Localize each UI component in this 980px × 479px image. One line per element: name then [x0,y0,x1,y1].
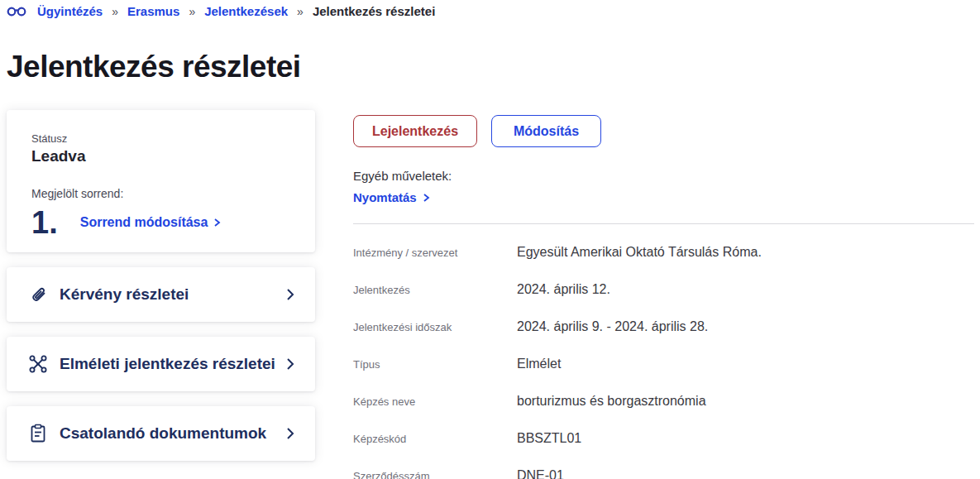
unsubscribe-button[interactable]: Lejelentkezés [353,115,477,147]
print-link-label: Nyomtatás [353,190,417,204]
detail-label: Intézmény / szervezet [353,247,517,259]
detail-row-institution: Intézmény / szervezet Egyesült Amerikai … [353,234,974,271]
modify-order-link[interactable]: Sorrend módosítása [80,215,222,230]
sidebar: Státusz Leadva Megjelölt sorrend: 1. Sor… [7,110,315,476]
chevron-right-icon [423,193,430,203]
detail-value: Elmélet [517,357,561,371]
status-value: Leadva [31,147,290,165]
detail-value: borturizmus és borgasztronómia [517,394,706,409]
detail-label: Jelentkezési időszak [353,321,517,333]
breadcrumb-current: Jelentkezés részletei [313,4,435,18]
chevron-right-icon [286,427,294,440]
sidebar-item-label: Elméleti jelentkezés részletei [60,355,286,373]
details-list: Intézmény / szervezet Egyesült Amerikai … [353,234,974,479]
sidebar-item-label: Csatolandó dokumentumok [60,424,286,443]
order-number: 1. [31,207,58,238]
sidebar-item-elmeleti-jelentkezes[interactable]: Elméleti jelentkezés részletei [7,337,315,391]
breadcrumb-link-erasmus[interactable]: Erasmus [127,4,179,18]
detail-label: Képzéskód [353,433,517,445]
order-label: Megjelölt sorrend: [31,187,290,200]
detail-label: Képzés neve [353,395,517,408]
modify-button[interactable]: Módosítás [491,115,601,147]
sidebar-item-csatolando-dokumentumok[interactable]: Csatolandó dokumentumok [7,406,315,461]
detail-row-type: Típus Elmélet [353,346,974,383]
detail-row-application-period: Jelentkezési időszak 2024. április 9. - … [353,309,974,346]
status-label: Státusz [31,132,290,145]
breadcrumb-separator: » [189,5,195,18]
glasses-icon [7,5,26,17]
sidebar-item-kerveny-reszletei[interactable]: Kérvény részletei [7,267,315,322]
breadcrumb-separator: » [297,5,304,18]
detail-label: Szerződésszám [353,470,517,479]
detail-value: Egyesült Amerikai Oktató Társulás Róma. [517,245,762,260]
breadcrumb-link-jelentkezesek[interactable]: Jelentkezések [204,4,288,18]
detail-value: 2024. április 12. [517,282,610,297]
page-title: Jelentkezés részletei [7,50,301,84]
detail-value: BBSZTL01 [517,431,581,446]
chevron-right-icon [213,218,221,228]
detail-value: DNE-01 [517,468,564,479]
print-link[interactable]: Nyomtatás [353,190,430,204]
chevron-right-icon [286,288,294,301]
status-card: Státusz Leadva Megjelölt sorrend: 1. Sor… [7,110,315,252]
other-actions-label: Egyéb műveletek: [353,169,974,183]
paperclip-icon [27,285,49,304]
detail-label: Jelentkezés [353,284,517,296]
detail-label: Típus [353,358,517,371]
clipboard-icon [27,424,49,443]
detail-row-contract-number: Szerződésszám DNE-01 [353,457,974,479]
main-content: Lejelentkezés Módosítás Egyéb műveletek:… [353,115,974,479]
chevron-right-icon [286,357,294,371]
breadcrumb-link-ugyintezes[interactable]: Ügyintézés [37,4,103,18]
detail-row-application-date: Jelentkezés 2024. április 12. [353,271,974,309]
modify-order-label: Sorrend módosítása [80,215,208,230]
breadcrumb: Ügyintézés » Erasmus » Jelentkezések » J… [7,4,435,18]
sidebar-item-label: Kérvény részletei [60,285,286,304]
divider [353,223,974,224]
atom-icon [27,354,49,374]
detail-value: 2024. április 9. - 2024. április 28. [517,319,708,334]
detail-row-training-code: Képzéskód BBSZTL01 [353,420,974,457]
breadcrumb-separator: » [112,5,118,18]
detail-row-training-name: Képzés neve borturizmus és borgasztronóm… [353,383,974,420]
